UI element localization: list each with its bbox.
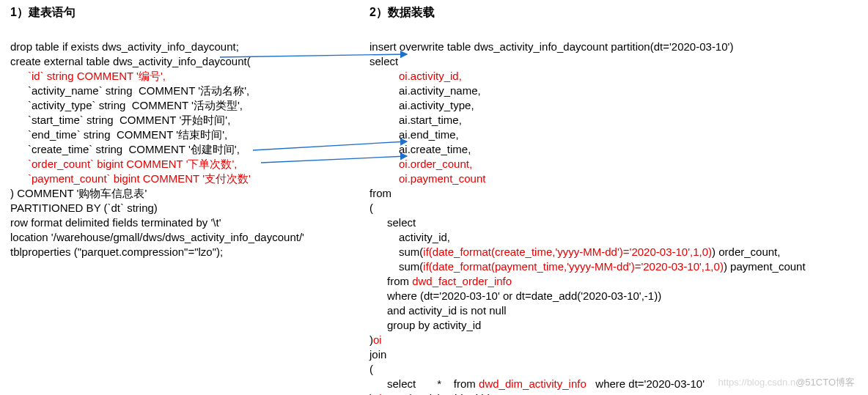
code-line: ai.start_time, bbox=[369, 114, 462, 126]
code-line: drop table if exists dws_activity_info_d… bbox=[10, 40, 239, 53]
code-line: insert overwrite table dws_activity_info… bbox=[369, 40, 733, 53]
code-line: `activity_type` string COMMENT '活动类型', bbox=[10, 99, 243, 111]
left-column: 1）建表语句 drop table if exists dws_activity… bbox=[10, 4, 369, 395]
code-line: `id` string COMMENT '编号', bbox=[10, 70, 166, 82]
code-line: `end_time` string COMMENT '结束时间', bbox=[10, 128, 227, 141]
code-line: oi.order_count, bbox=[369, 158, 472, 170]
code-line: `create_time` string COMMENT '创建时间', bbox=[10, 143, 240, 155]
code-line: select bbox=[369, 55, 398, 67]
code-line: )ai on oi.activity_id=ai.id; bbox=[369, 392, 493, 395]
code-line: ai.activity_name, bbox=[369, 84, 481, 97]
code-line: location '/warehouse/gmall/dws/dws_activ… bbox=[10, 231, 304, 243]
code-line: ( bbox=[369, 363, 373, 375]
code-line: sum(if(date_format(create_time,'yyyy-MM-… bbox=[369, 246, 780, 258]
right-column: 2）数据装载 insert overwrite table dws_activi… bbox=[369, 4, 861, 395]
code-line: PARTITIONED BY (`dt` string) bbox=[10, 202, 158, 214]
code-line: tblproperties ("parquet.compression"="lz… bbox=[10, 246, 223, 258]
code-line: where (dt='2020-03-10' or dt=date_add('2… bbox=[369, 289, 661, 302]
code-line: row format delimited fields terminated b… bbox=[10, 216, 221, 229]
watermark: https://blog.csdn.n@51CTO博客 bbox=[718, 376, 855, 389]
code-line: create external table dws_activity_info_… bbox=[10, 55, 251, 67]
code-line: `activity_name` string COMMENT '活动名称', bbox=[10, 84, 249, 97]
code-line: oi.payment_count bbox=[369, 172, 485, 185]
code-line: select * from dwd_dim_activity_info wher… bbox=[369, 377, 705, 390]
insert-code: insert overwrite table dws_activity_info… bbox=[369, 25, 861, 395]
code-line: ) COMMENT '购物车信息表' bbox=[10, 187, 147, 199]
code-line: ( bbox=[369, 202, 373, 214]
code-line: sum(if(date_format(payment_time,'yyyy-MM… bbox=[369, 260, 806, 273]
code-line: `order_count` bigint COMMENT '下单次数', bbox=[10, 158, 238, 170]
code-line: ai.create_time, bbox=[369, 143, 471, 155]
code-line: select bbox=[369, 216, 416, 229]
code-line: group by activity_id bbox=[369, 319, 481, 331]
code-line: from bbox=[369, 187, 391, 199]
code-line: ai.end_time, bbox=[369, 128, 459, 141]
code-line: join bbox=[369, 348, 386, 361]
code-line: from dwd_fact_order_info bbox=[369, 275, 512, 287]
code-line: and activity_id is not null bbox=[369, 304, 507, 317]
code-line: ai.activity_type, bbox=[369, 99, 474, 111]
right-title: 2）数据装载 bbox=[369, 4, 861, 21]
code-line: `start_time` string COMMENT '开始时间', bbox=[10, 114, 230, 126]
code-line: oi.activity_id, bbox=[369, 70, 462, 82]
left-title: 1）建表语句 bbox=[10, 4, 364, 21]
code-line: )oi bbox=[369, 333, 382, 346]
code-line: `payment_count` bigint COMMENT '支付次数' bbox=[10, 172, 251, 185]
code-line: activity_id, bbox=[369, 231, 450, 243]
create-table-code: drop table if exists dws_activity_info_d… bbox=[10, 25, 364, 259]
document-container: 1）建表语句 drop table if exists dws_activity… bbox=[0, 0, 868, 395]
